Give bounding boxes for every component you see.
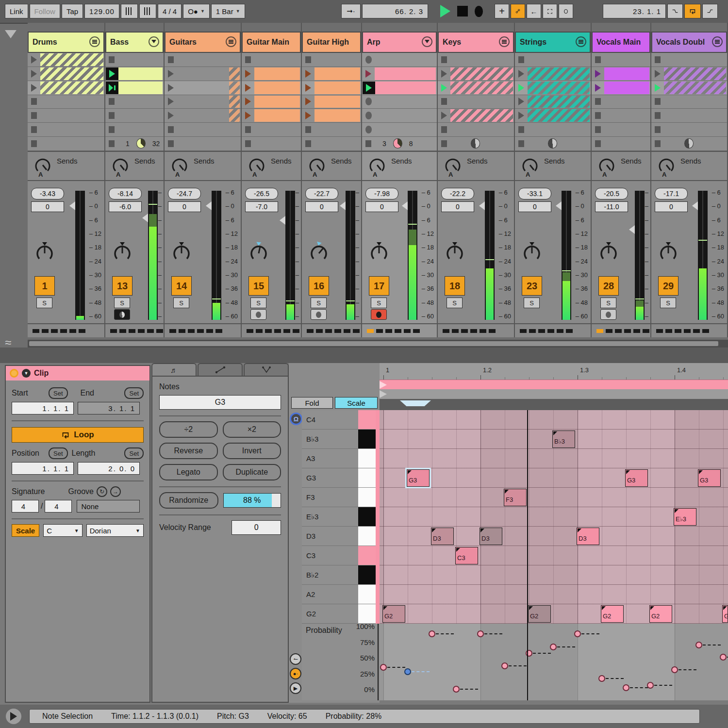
probability-point[interactable] <box>550 644 557 650</box>
pan-knob[interactable] <box>33 241 56 264</box>
solo-button[interactable]: S <box>311 298 327 308</box>
pan-knob[interactable] <box>308 241 330 264</box>
clip-slot[interactable] <box>242 137 301 151</box>
clip-slot[interactable] <box>438 109 514 123</box>
send-a-knob[interactable]: A <box>169 156 190 178</box>
clip-launch-button[interactable] <box>28 81 40 95</box>
clip-slot[interactable] <box>28 53 104 67</box>
clip-launch-button[interactable] <box>515 95 528 109</box>
clip-playing-button[interactable] <box>106 67 118 80</box>
piano-key[interactable] <box>358 410 376 430</box>
piano-key[interactable] <box>358 430 376 449</box>
arm-record-button[interactable] <box>250 309 266 320</box>
midi-note-G2[interactable]: G2 <box>722 605 728 623</box>
clip[interactable] <box>528 96 590 108</box>
fold-panel-icon[interactable]: ▼ <box>22 369 31 378</box>
clip-position-field[interactable]: 1. 1. 1 <box>12 462 74 475</box>
solo-button[interactable]: S <box>36 298 52 308</box>
clip[interactable] <box>314 109 360 122</box>
clip-launch-button[interactable] <box>362 67 375 81</box>
clip-stop-button[interactable] <box>105 95 118 109</box>
send-a-knob[interactable]: A <box>307 156 327 178</box>
position-set-button[interactable]: Set <box>49 447 68 459</box>
clip-slot[interactable] <box>105 67 164 81</box>
signature-numerator-field[interactable]: 4 <box>12 500 39 513</box>
clip[interactable] <box>40 53 103 66</box>
clip-launch-button[interactable] <box>242 95 254 109</box>
piano-key[interactable] <box>358 565 376 585</box>
clip-slot[interactable] <box>592 81 650 95</box>
scale-root-select[interactable]: C▼ <box>43 524 82 537</box>
pan-knob[interactable] <box>597 241 620 264</box>
clip-stop-button[interactable] <box>165 137 177 150</box>
probability-point[interactable] <box>501 662 508 669</box>
clip-stop-button[interactable] <box>438 53 450 66</box>
track-activator-button[interactable]: 28 <box>598 276 619 296</box>
velocity-range-field[interactable]: 0 <box>232 520 281 535</box>
clip-playing-button[interactable] <box>515 81 528 95</box>
punch-in-button[interactable] <box>667 4 683 18</box>
probability-point[interactable] <box>380 664 387 671</box>
clip-launch-button[interactable] <box>515 109 528 122</box>
track-header[interactable]: Guitars <box>165 32 241 53</box>
signature-denominator-field[interactable]: 4 <box>45 500 72 513</box>
clip-slot[interactable] <box>515 95 591 109</box>
clip-slot[interactable] <box>362 95 437 109</box>
back-to-arrangement-button[interactable]: ← <box>527 4 541 18</box>
track-header[interactable]: Vocals Main <box>592 32 650 53</box>
send-a-knob[interactable]: A <box>110 156 131 178</box>
clip-slot[interactable] <box>515 81 591 95</box>
clip-launch-button[interactable] <box>242 81 254 95</box>
volume-fader-handle[interactable] <box>280 216 285 225</box>
clip-slot[interactable] <box>592 95 650 109</box>
clip-launch-button[interactable] <box>165 109 177 122</box>
clip-playing-button[interactable] <box>106 82 118 94</box>
clip-slot[interactable] <box>28 81 104 95</box>
track-header[interactable]: Guitar High <box>302 32 361 53</box>
start-marker-strip[interactable] <box>380 389 728 399</box>
midi-note-D3[interactable]: D3 <box>480 528 502 545</box>
clip-slot[interactable] <box>165 123 241 137</box>
clip-slot[interactable] <box>302 67 361 81</box>
clip-slot[interactable] <box>28 109 104 123</box>
arm-record-button[interactable] <box>371 309 387 320</box>
midi-note-G2[interactable]: G2 <box>528 605 551 623</box>
metronome-button[interactable]: O●▼ <box>183 4 210 18</box>
apply-groove-icon[interactable]: → <box>110 486 121 497</box>
clip-slot-button[interactable] <box>362 109 375 122</box>
halve-time-button[interactable]: ÷2 <box>159 421 218 438</box>
start-set-button[interactable]: Set <box>49 387 68 399</box>
clip-slot[interactable] <box>651 53 727 67</box>
probability-lane[interactable] <box>380 624 728 700</box>
clip-slot[interactable] <box>302 53 361 67</box>
follow-arrow-icon[interactable]: ➞· <box>341 4 361 18</box>
randomize-button[interactable]: Randomize <box>159 492 218 509</box>
clip-playing-button[interactable] <box>651 81 664 95</box>
volume-fader-handle[interactable] <box>556 201 562 210</box>
midi-note-D3[interactable]: D3 <box>431 528 454 545</box>
tab-expression[interactable] <box>244 363 289 376</box>
gain-field[interactable]: -6.0 <box>109 201 142 212</box>
clip-launch-button[interactable] <box>28 53 40 66</box>
preview-headphone-icon[interactable]: Ω <box>290 413 302 425</box>
solo-button[interactable]: S <box>600 298 616 308</box>
clip-launch-button[interactable] <box>438 67 450 81</box>
midi-note-G2[interactable]: G2 <box>649 605 672 623</box>
tab-notes[interactable]: ♬ <box>151 363 197 376</box>
clip-stop-button[interactable] <box>28 137 40 150</box>
clip-slot[interactable] <box>438 53 514 67</box>
clip-start-field[interactable]: 1. 1. 1 <box>12 402 74 414</box>
stop-button[interactable] <box>457 6 468 17</box>
solo-button[interactable]: S <box>114 298 130 308</box>
play-button[interactable] <box>440 5 450 17</box>
clip-launch-button[interactable] <box>651 67 664 81</box>
clip-slot[interactable] <box>302 123 361 137</box>
pan-knob[interactable] <box>111 241 133 264</box>
clip-slot[interactable] <box>242 67 301 81</box>
pan-knob[interactable] <box>368 241 390 264</box>
volume-fader-handle[interactable] <box>402 201 408 210</box>
clip-launch-button[interactable] <box>302 109 314 122</box>
clip-slot[interactable] <box>105 95 164 109</box>
peak-level-field[interactable]: -24.7 <box>168 188 201 199</box>
piano-key[interactable] <box>358 488 376 507</box>
